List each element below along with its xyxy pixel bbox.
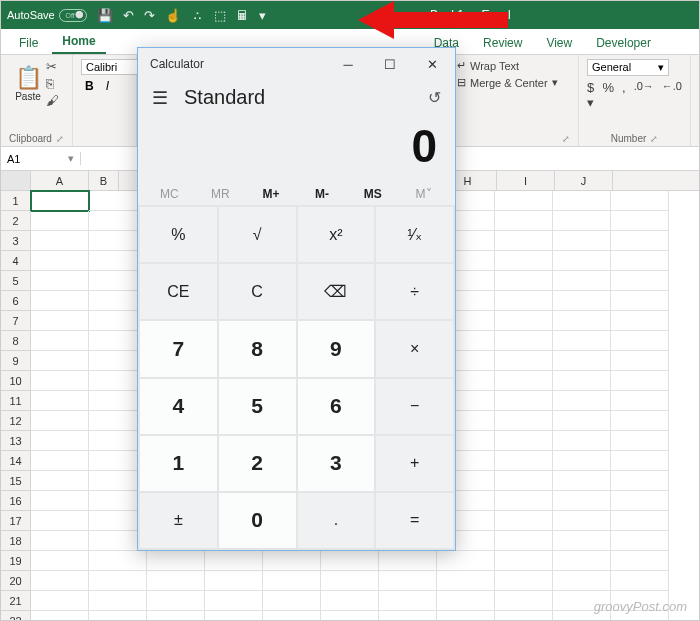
col-header[interactable]: J (555, 171, 613, 190)
key-0[interactable]: 0 (219, 493, 296, 548)
alignment-launcher-icon[interactable]: ⤢ (562, 134, 570, 144)
key-2[interactable]: 2 (219, 436, 296, 491)
hierarchy-icon[interactable]: ⛬ (191, 8, 204, 23)
cell[interactable] (611, 191, 669, 211)
key-3[interactable]: 3 (298, 436, 375, 491)
cell[interactable] (553, 411, 611, 431)
add-key[interactable]: + (376, 436, 453, 491)
cell[interactable] (205, 591, 263, 611)
cell[interactable] (611, 451, 669, 471)
cell[interactable] (495, 491, 553, 511)
cell[interactable] (553, 571, 611, 591)
cell[interactable] (611, 211, 669, 231)
col-header[interactable]: B (89, 171, 119, 190)
key-9[interactable]: 9 (298, 321, 375, 376)
copy-icon[interactable]: ⎘ (46, 76, 59, 91)
cell[interactable] (31, 391, 89, 411)
row-header[interactable]: 22 (1, 611, 31, 621)
ms-button[interactable]: MS (352, 187, 394, 201)
cell[interactable] (31, 431, 89, 451)
mc-button[interactable]: MC (148, 187, 190, 201)
undo-icon[interactable]: ↶ (123, 8, 134, 23)
row-header[interactable]: 19 (1, 551, 31, 571)
cell[interactable] (147, 571, 205, 591)
cell[interactable] (147, 611, 205, 621)
cell[interactable] (495, 231, 553, 251)
row-header[interactable]: 9 (1, 351, 31, 371)
row-header[interactable]: 7 (1, 311, 31, 331)
cell[interactable] (611, 511, 669, 531)
key-4[interactable]: 4 (140, 379, 217, 434)
cell[interactable] (379, 551, 437, 571)
decimal-key[interactable]: . (298, 493, 375, 548)
merge-center-button[interactable]: ⊟Merge & Center ▾ (457, 76, 558, 89)
subtract-key[interactable]: − (376, 379, 453, 434)
font-name-select[interactable]: Calibri (81, 59, 143, 75)
cell[interactable] (31, 191, 89, 211)
number-launcher-icon[interactable]: ⤢ (650, 134, 658, 144)
cell[interactable] (553, 191, 611, 211)
cell[interactable] (495, 511, 553, 531)
row-header[interactable]: 12 (1, 411, 31, 431)
cell[interactable] (611, 551, 669, 571)
key-6[interactable]: 6 (298, 379, 375, 434)
cell[interactable] (495, 411, 553, 431)
cell[interactable] (495, 431, 553, 451)
cell[interactable] (553, 251, 611, 271)
cell[interactable] (553, 431, 611, 451)
currency-icon[interactable]: $ ▾ (587, 80, 594, 110)
cell[interactable] (321, 591, 379, 611)
redo-icon[interactable]: ↷ (144, 8, 155, 23)
cell[interactable] (31, 591, 89, 611)
row-header[interactable]: 1 (1, 191, 31, 211)
save-icon[interactable]: 💾 (97, 8, 113, 23)
hamburger-icon[interactable]: ☰ (152, 87, 168, 109)
cell[interactable] (495, 211, 553, 231)
calculator-titlebar[interactable]: Calculator ─ ☐ ✕ (138, 48, 455, 80)
cell[interactable] (553, 391, 611, 411)
mplus-button[interactable]: M+ (250, 187, 292, 201)
cell[interactable] (553, 531, 611, 551)
cell[interactable] (31, 311, 89, 331)
cell[interactable] (611, 371, 669, 391)
increase-decimal-icon[interactable]: .0→ (634, 80, 654, 110)
row-header[interactable]: 20 (1, 571, 31, 591)
cell[interactable] (31, 471, 89, 491)
sqrt-key[interactable]: √ (219, 207, 296, 262)
row-header[interactable]: 5 (1, 271, 31, 291)
key-8[interactable]: 8 (219, 321, 296, 376)
cell[interactable] (379, 571, 437, 591)
cell[interactable] (553, 551, 611, 571)
cell[interactable] (611, 271, 669, 291)
cell[interactable] (495, 331, 553, 351)
cell[interactable] (205, 611, 263, 621)
cell[interactable] (553, 291, 611, 311)
cell[interactable] (495, 371, 553, 391)
cell[interactable] (553, 351, 611, 371)
cut-icon[interactable]: ✂ (46, 59, 59, 74)
cell[interactable] (31, 371, 89, 391)
cell[interactable] (611, 471, 669, 491)
cell[interactable] (553, 491, 611, 511)
maximize-button[interactable]: ☐ (369, 49, 411, 79)
negate-key[interactable]: ± (140, 493, 217, 548)
percent-icon[interactable]: % (602, 80, 614, 110)
cell[interactable] (611, 311, 669, 331)
cell[interactable] (495, 191, 553, 211)
cell[interactable] (263, 591, 321, 611)
cell[interactable] (147, 591, 205, 611)
name-box[interactable]: A1▾ (1, 152, 81, 165)
cell[interactable] (495, 451, 553, 471)
cell[interactable] (553, 211, 611, 231)
mr-button[interactable]: MR (199, 187, 241, 201)
cell[interactable] (31, 531, 89, 551)
cell[interactable] (89, 611, 147, 621)
cell[interactable] (437, 551, 495, 571)
row-header[interactable]: 2 (1, 211, 31, 231)
format-painter-icon[interactable]: 🖌 (46, 93, 59, 108)
row-header[interactable]: 16 (1, 491, 31, 511)
cell[interactable] (321, 551, 379, 571)
cell[interactable] (31, 211, 89, 231)
percent-key[interactable]: % (140, 207, 217, 262)
cell[interactable] (495, 611, 553, 621)
